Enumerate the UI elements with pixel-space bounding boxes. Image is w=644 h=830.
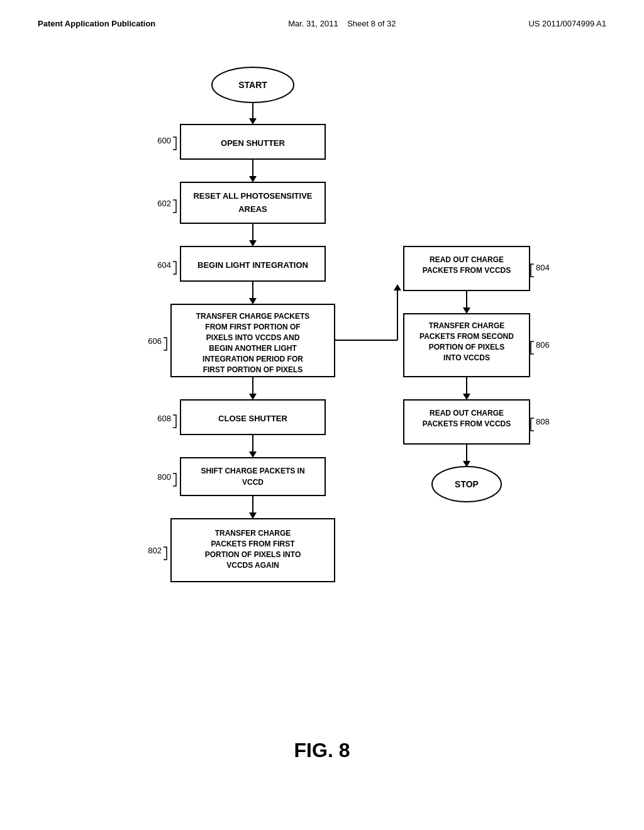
svg-marker-11 (249, 298, 257, 304)
node-602-text-1: RESET ALL PHOTOSENSITIVE (193, 191, 312, 201)
svg-marker-24 (394, 284, 401, 290)
node-804-label: 804 (536, 263, 550, 272)
svg-rect-18 (180, 458, 325, 495)
node-602-text-2: AREAS (238, 204, 267, 214)
node-606-t4: BEGIN ANOTHER LIGHT (209, 344, 297, 353)
node-600-text: OPEN SHUTTER (221, 138, 285, 148)
node-808-t1: READ OUT CHARGE (430, 409, 504, 418)
header-center: Mar. 31, 2011 Sheet 8 of 32 (288, 19, 396, 28)
node-802-label: 802 (148, 546, 162, 555)
node-802-t1: TRANSFER CHARGE (215, 529, 291, 538)
svg-marker-17 (249, 451, 257, 458)
node-806-t4: INTO VCCDS (443, 353, 490, 362)
header-right: US 2011/0074999 A1 (528, 19, 606, 28)
node-802-t3: PORTION OF PIXELS INTO (205, 550, 301, 559)
node-606-t6: FIRST PORTION OF PIXELS (203, 365, 303, 374)
node-808-t2: PACKETS FROM VCCDS (423, 419, 511, 428)
header-publication-label: Patent Application Publication (38, 19, 155, 28)
svg-rect-6 (180, 182, 325, 223)
svg-marker-30 (463, 394, 470, 400)
svg-marker-27 (463, 307, 470, 314)
node-602-label: 602 (157, 199, 171, 208)
header-left: Patent Application Publication (38, 19, 155, 28)
node-802-t2: PACKETS FROM FIRST (211, 540, 295, 548)
node-800-t1: SHIFT CHARGE PACKETS IN (201, 467, 304, 475)
node-802-t4: VCCDS AGAIN (226, 561, 279, 570)
node-606-t1: TRANSFER CHARGE PACKETS (196, 312, 309, 321)
node-600-label: 600 (157, 136, 171, 145)
svg-marker-2 (249, 118, 257, 124)
node-804-t1: READ OUT CHARGE (430, 255, 504, 264)
node-606-t5: INTEGRATION PERIOD FOR (203, 355, 303, 363)
node-606-t2: FROM FIRST PORTION OF (205, 323, 300, 331)
header: Patent Application Publication Mar. 31, … (38, 19, 606, 28)
svg-marker-5 (249, 176, 257, 182)
node-806-label: 806 (536, 340, 550, 350)
svg-marker-8 (249, 240, 257, 246)
node-606-label: 606 (148, 336, 162, 346)
svg-marker-14 (249, 394, 257, 400)
flowchart-svg: START OPEN SHUTTER 600 RESET ALL PHOTOSE… (83, 53, 561, 714)
diagram-container: START OPEN SHUTTER 600 RESET ALL PHOTOSE… (83, 53, 561, 714)
node-800-t2: VCCD (242, 478, 264, 487)
node-806-t3: PORTION OF PIXELS (429, 343, 505, 351)
header-date: Mar. 31, 2011 (288, 19, 338, 28)
node-806-t1: TRANSFER CHARGE (429, 321, 505, 330)
node-604-text: BEGIN LIGHT INTEGRATION (197, 260, 308, 270)
node-800-label: 800 (157, 472, 171, 482)
page: Patent Application Publication Mar. 31, … (0, 0, 644, 830)
node-606-t3: PIXELS INTO VCCDS AND (206, 333, 300, 342)
figure-label: FIG. 8 (38, 739, 606, 762)
start-node: START (238, 80, 267, 90)
svg-marker-20 (249, 512, 257, 519)
node-608-text: CLOSE SHUTTER (218, 414, 287, 423)
node-608-label: 608 (157, 414, 171, 423)
header-patent: US 2011/0074999 A1 (528, 19, 606, 28)
node-604-label: 604 (157, 260, 171, 270)
node-804-t2: PACKETS FROM VCCDS (423, 266, 511, 275)
header-sheet: Sheet 8 of 32 (347, 19, 396, 28)
node-808-label: 808 (536, 417, 550, 426)
node-806-t2: PACKETS FROM SECOND (419, 332, 514, 341)
stop-node: STOP (455, 479, 479, 489)
